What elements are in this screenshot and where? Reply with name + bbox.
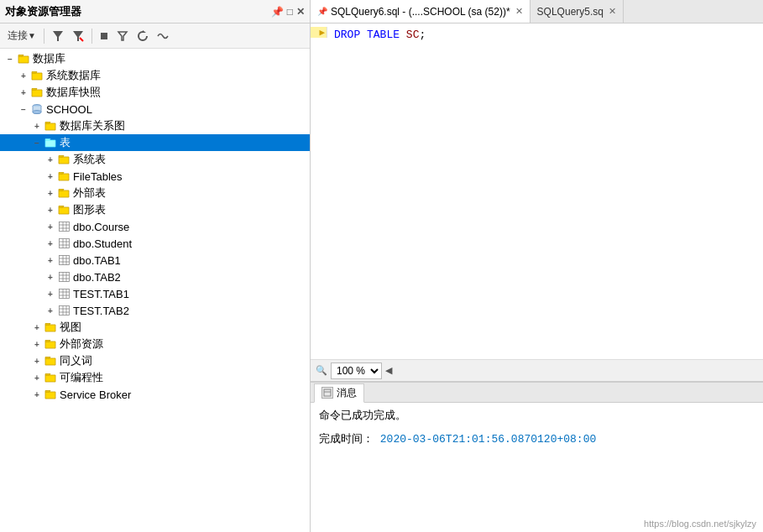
expand-btn-graph-tables[interactable] — [44, 203, 57, 216]
expand-btn-system-tables[interactable] — [44, 153, 57, 166]
expand-btn-dbo-course[interactable] — [44, 220, 57, 233]
filter-button[interactable] — [50, 29, 66, 44]
pin-icon[interactable]: 📌 — [271, 6, 284, 18]
expand-btn-programmability[interactable] — [30, 371, 44, 384]
tree-item-tables[interactable]: 表 — [0, 134, 310, 151]
tree-item-dbo-student[interactable]: dbo.Student — [0, 235, 310, 252]
table-icon-dbo-tab1 — [57, 253, 71, 267]
tab-query6[interactable]: 📌SQLQuery6.sql - (....SCHOOL (sa (52))*✕ — [311, 0, 530, 23]
toolbar-separator-1 — [44, 29, 44, 44]
tab-label-query5: SQLQuery5.sq — [537, 6, 604, 18]
zoom-select[interactable]: 50 %75 %100 %125 %150 %200 % — [331, 362, 382, 379]
code-segment: DROP TABLE — [334, 29, 406, 41]
toolbar: 连接 ▼ — [0, 23, 310, 49]
expand-btn-external-resources[interactable] — [30, 337, 44, 351]
tab-label-query6: SQLQuery6.sql - (....SCHOOL (sa (52))* — [331, 6, 510, 18]
connect-button[interactable]: 连接 ▼ — [5, 27, 39, 44]
svg-line-2 — [80, 38, 83, 41]
tree-label-dbo-tab1: dbo.TAB1 — [73, 254, 121, 267]
tree-item-views[interactable]: 视图 — [0, 319, 310, 336]
dock-icon[interactable]: □ — [287, 6, 293, 18]
expand-btn-db-snapshots[interactable] — [17, 86, 30, 99]
svg-marker-4 — [118, 32, 127, 40]
stop-button[interactable] — [97, 30, 111, 42]
db-icon-school-db — [30, 102, 44, 116]
results-panel: 消息 命令已成功完成。 完成时间： 2020-03-06T21:01:56.08… — [311, 381, 763, 532]
svg-rect-33 — [59, 306, 69, 316]
tree-item-graph-tables[interactable]: 图形表 — [0, 201, 310, 218]
expand-btn-databases[interactable] — [3, 52, 17, 65]
tree-item-system-tables[interactable]: 系统表 — [0, 151, 310, 168]
folder-yellow-icon-views — [44, 321, 57, 334]
tree-label-system-dbs: 系统数据库 — [46, 68, 101, 83]
expand-btn-views[interactable] — [30, 321, 44, 334]
results-tab-messages[interactable]: 消息 — [314, 383, 364, 403]
expand-btn-service-broker[interactable] — [30, 388, 44, 401]
tree-item-external-resources[interactable]: 外部资源 — [0, 336, 310, 352]
panel-header-controls: 📌 □ ✕ — [271, 6, 305, 18]
folder-yellow-icon-databases — [17, 52, 30, 65]
folder-yellow-icon-file-tables — [57, 170, 71, 183]
zoom-arrow-left[interactable]: ◀ — [385, 365, 392, 376]
tree-item-db-diagrams[interactable]: 数据库关系图 — [0, 117, 310, 134]
tree-label-test-tab2: TEST.TAB2 — [73, 305, 129, 317]
tree-label-dbo-course: dbo.Course — [73, 221, 129, 233]
funnel-icon — [117, 30, 128, 42]
tree-item-synonyms[interactable]: 同义词 — [0, 352, 310, 369]
summary-button[interactable] — [154, 29, 173, 43]
svg-rect-18 — [59, 256, 69, 265]
tree-item-programmability[interactable]: 可编程性 — [0, 369, 310, 386]
tree-label-dbo-tab2: dbo.TAB2 — [73, 271, 121, 284]
expand-btn-dbo-tab2[interactable] — [44, 270, 57, 284]
expand-btn-synonyms[interactable] — [30, 354, 44, 368]
expand-btn-file-tables[interactable] — [44, 170, 57, 183]
funnel-filter-button[interactable] — [114, 29, 131, 44]
tree-item-dbo-tab1[interactable]: dbo.TAB1 — [0, 252, 310, 269]
expand-btn-db-diagrams[interactable] — [30, 119, 44, 133]
close-icon[interactable]: ✕ — [296, 6, 305, 18]
tree-item-test-tab2[interactable]: TEST.TAB2 — [0, 302, 310, 319]
expand-btn-system-dbs[interactable] — [17, 69, 30, 82]
folder-yellow-icon-system-tables — [57, 153, 71, 166]
filter-x-button[interactable] — [70, 29, 86, 44]
tree-item-file-tables[interactable]: FileTables — [0, 168, 310, 185]
expand-btn-tables[interactable] — [30, 136, 44, 149]
completion-prefix: 完成时间： — [319, 433, 374, 446]
tree-item-school-db[interactable]: SCHOOL — [0, 101, 310, 117]
code-content-2[interactable] — [327, 44, 341, 45]
tab-query5[interactable]: SQLQuery5.sq✕ — [530, 0, 624, 23]
tree-item-external-tables[interactable]: 外部表 — [0, 185, 310, 201]
tree-item-test-tab1[interactable]: TEST.TAB1 — [0, 285, 310, 302]
table-icon-test-tab2 — [57, 304, 71, 317]
tree-item-dbo-tab2[interactable]: dbo.TAB2 — [0, 269, 310, 285]
folder-yellow-icon-db-snapshots — [30, 86, 44, 99]
refresh-button[interactable] — [134, 29, 151, 44]
toolbar-separator-2 — [91, 29, 92, 44]
folder-yellow-icon-synonyms — [44, 354, 57, 368]
expand-btn-dbo-tab1[interactable] — [44, 253, 57, 267]
code-segment: SC — [406, 29, 420, 41]
editor-area[interactable]: ▶DROP TABLE SC; — [311, 23, 763, 359]
tab-close-query6[interactable]: ✕ — [515, 6, 523, 17]
expand-btn-test-tab1[interactable] — [44, 287, 57, 300]
svg-rect-8 — [59, 222, 69, 232]
expand-btn-school-db[interactable] — [17, 102, 30, 116]
tab-bar: 📌SQLQuery6.sql - (....SCHOOL (sa (52))*✕… — [311, 0, 763, 23]
tab-close-query5[interactable]: ✕ — [609, 6, 616, 17]
expand-btn-dbo-student[interactable] — [44, 237, 57, 250]
table-icon-dbo-tab2 — [57, 270, 71, 284]
tree-item-service-broker[interactable]: Service Broker — [0, 386, 310, 403]
table-icon-dbo-course — [57, 220, 71, 233]
tree-item-db-snapshots[interactable]: 数据库快照 — [0, 84, 310, 101]
tree-item-databases[interactable]: 数据库 — [0, 50, 310, 67]
zoom-bar: 🔍 50 %75 %100 %125 %150 %200 % ◀ — [311, 359, 763, 381]
code-content-1[interactable]: DROP TABLE SC; — [327, 27, 432, 44]
expand-btn-external-tables[interactable] — [44, 186, 57, 200]
tree-view[interactable]: 数据库系统数据库数据库快照SCHOOL数据库关系图表系统表FileTables外… — [0, 49, 310, 532]
tree-label-dbo-student: dbo.Student — [73, 237, 132, 250]
svg-point-7 — [33, 111, 41, 114]
tree-item-dbo-course[interactable]: dbo.Course — [0, 218, 310, 235]
expand-btn-test-tab2[interactable] — [44, 304, 57, 317]
tab-pin-icon: 📌 — [317, 7, 327, 16]
tree-item-system-dbs[interactable]: 系统数据库 — [0, 67, 310, 84]
